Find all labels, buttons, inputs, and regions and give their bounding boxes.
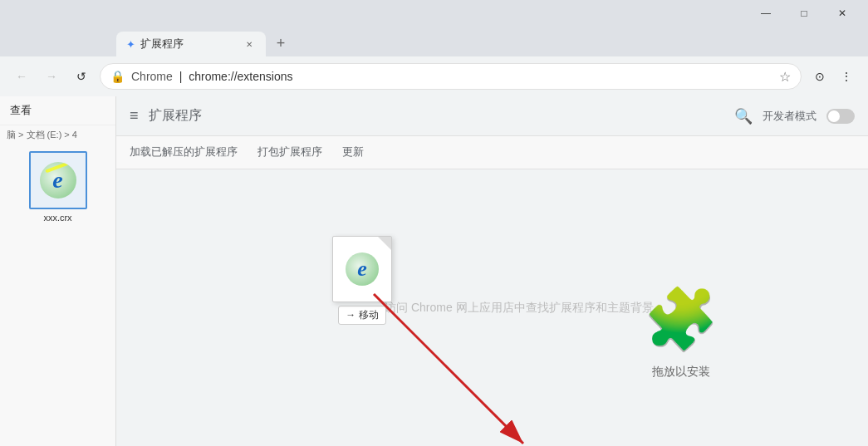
maximize-button[interactable]: □ (785, 0, 823, 27)
active-tab[interactable]: ✦ 扩展程序 ✕ (116, 32, 266, 56)
crx-ie-logo (346, 252, 379, 286)
minimize-button[interactable]: — (747, 0, 785, 27)
extensions-title: 扩展程序 (149, 107, 202, 125)
profile-button[interactable]: ⊙ (808, 65, 831, 88)
extensions-actions-bar: 加载已解压的扩展程序 打包扩展程序 更新 (116, 136, 868, 169)
breadcrumb: 脑 > 文档 (E:) > 4 (0, 125, 115, 145)
load-unpacked-button[interactable]: 加载已解压的扩展程序 (130, 141, 238, 164)
extensions-drop-area[interactable]: 访问 Chrome 网上应用店中查找扩展程序和主题背景 → 移动 🧩 拖放以安装 (116, 169, 868, 446)
svg-line-1 (374, 294, 523, 444)
extensions-header: ≡ 扩展程序 🔍 开发者模式 (116, 96, 868, 136)
addressbar: ← → ↺ 🔒 Chrome | chrome://extensions ☆ ⊙… (0, 56, 868, 96)
url-path: chrome://extensions (189, 70, 292, 83)
dev-mode-toggle[interactable] (826, 109, 855, 124)
dev-mode-label: 开发者模式 (763, 109, 817, 124)
extensions-search-icon[interactable]: 🔍 (734, 107, 753, 125)
refresh-button[interactable]: ↺ (70, 65, 93, 88)
chrome-extensions-page: ≡ 扩展程序 🔍 开发者模式 加载已解压的扩展程序 打包扩展程序 更新 访问 C… (116, 96, 868, 446)
view-label: 查看 (10, 104, 32, 116)
crx-file-label: xxx.crx (43, 213, 71, 223)
pack-extension-button[interactable]: 打包扩展程序 (257, 141, 322, 164)
toolbar-icons: ⊙ ⋮ (808, 65, 858, 88)
address-text: Chrome | chrome://extensions (131, 70, 293, 83)
titlebar: — □ ✕ (0, 0, 868, 27)
new-tab-button[interactable]: + (269, 32, 292, 55)
browser-content: 查看 脑 > 文档 (E:) > 4 xxx.crx ≡ 扩展程序 🔍 开发者模… (0, 96, 868, 446)
extensions-hint-text: 访问 Chrome 网上应用店中查找扩展程序和主题背景 (385, 301, 654, 316)
back-button[interactable]: ← (10, 65, 33, 88)
tab-close-button[interactable]: ✕ (243, 37, 256, 51)
forward-button[interactable]: → (40, 65, 63, 88)
drop-target-area[interactable]: 🧩 拖放以安装 (644, 284, 718, 380)
drop-label: 拖放以安装 (652, 365, 710, 380)
crx-file-icon-container (29, 151, 87, 209)
ie-logo-icon (40, 162, 76, 198)
url-domain: Chrome (131, 70, 173, 83)
tab-title: 扩展程序 (140, 37, 184, 51)
url-separator: | (176, 70, 185, 83)
puzzle-piece-icon: 🧩 (644, 284, 718, 355)
crx-dragging-file: → 移动 (332, 236, 392, 325)
menu-button[interactable]: ⋮ (835, 65, 858, 88)
close-button[interactable]: ✕ (823, 0, 861, 27)
extensions-header-right: 🔍 开发者模式 (734, 107, 855, 125)
address-bar[interactable]: 🔒 Chrome | chrome://extensions ☆ (100, 63, 802, 90)
secure-icon: 🔒 (110, 70, 125, 83)
file-explorer-panel: 查看 脑 > 文档 (E:) > 4 xxx.crx (0, 96, 116, 446)
extensions-menu-icon[interactable]: ≡ (130, 107, 139, 125)
file-explorer-header: 查看 (0, 96, 115, 125)
tabbar: ✦ 扩展程序 ✕ + (0, 27, 868, 56)
crx-file-item[interactable]: xxx.crx (7, 151, 109, 223)
crx-move-label: → 移动 (338, 306, 385, 325)
update-button[interactable]: 更新 (342, 141, 364, 164)
titlebar-controls: — □ ✕ (747, 0, 861, 27)
bookmark-star-icon[interactable]: ☆ (779, 69, 791, 85)
crx-floating-icon (332, 236, 392, 302)
tab-favicon: ✦ (126, 38, 135, 51)
